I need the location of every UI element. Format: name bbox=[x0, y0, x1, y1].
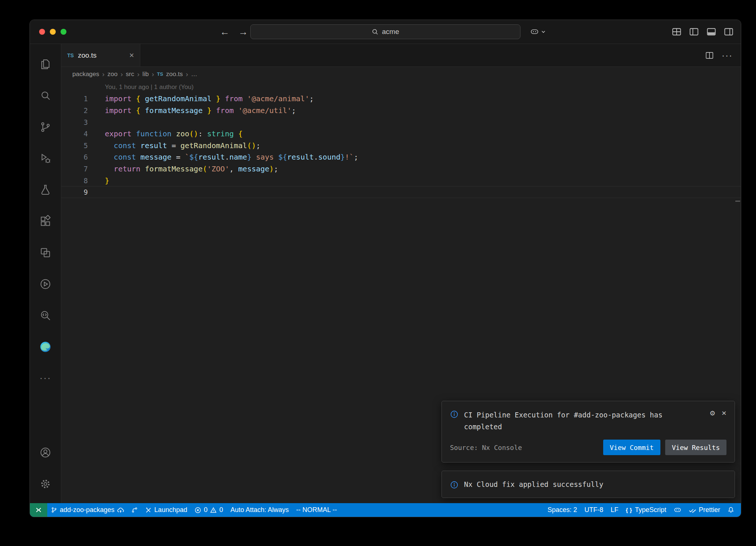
source-control-icon[interactable] bbox=[30, 111, 61, 143]
view-commit-button[interactable]: View Commit bbox=[603, 440, 660, 455]
code-line-9[interactable]: 9 bbox=[61, 186, 741, 198]
customize-layout-icon[interactable] bbox=[671, 26, 682, 37]
code-line-1[interactable]: 1import { getRandomAnimal } from '@acme/… bbox=[61, 93, 741, 105]
line-number[interactable]: 2 bbox=[61, 106, 88, 115]
remote-indicator[interactable] bbox=[30, 503, 47, 517]
git-branch-item[interactable]: add-zoo-packages bbox=[47, 503, 128, 517]
back-arrow-icon[interactable]: ← bbox=[220, 26, 230, 38]
forward-arrow-icon[interactable]: → bbox=[238, 26, 248, 38]
chevron-right-icon: › bbox=[152, 70, 154, 78]
error-count: 0 bbox=[204, 506, 207, 514]
copilot-menu-button[interactable] bbox=[530, 20, 546, 44]
code-inspect-icon[interactable] bbox=[30, 300, 61, 331]
notification-close-icon[interactable]: × bbox=[722, 409, 726, 417]
command-center-search[interactable]: acme bbox=[250, 24, 520, 39]
notifications: CI Pipeline Execution for #add-zoo-packa… bbox=[441, 401, 735, 498]
breadcrumb-item[interactable]: src bbox=[126, 71, 134, 78]
vim-mode-label: -- NORMAL -- bbox=[296, 506, 337, 514]
view-results-button[interactable]: View Results bbox=[665, 440, 726, 455]
warning-count: 0 bbox=[219, 506, 223, 514]
code-line-8[interactable]: 8} bbox=[61, 175, 741, 187]
line-number[interactable]: 7 bbox=[61, 165, 88, 173]
encoding-item[interactable]: UTF-8 bbox=[581, 503, 607, 517]
notification-settings-gear-icon[interactable]: ⚙ bbox=[710, 409, 715, 417]
line-number[interactable]: 4 bbox=[61, 130, 88, 138]
toggle-primary-sidebar-icon[interactable] bbox=[688, 26, 700, 37]
code-line-7[interactable]: 7 return formatMessage('ZOO', message); bbox=[61, 163, 741, 175]
code-line-2[interactable]: 2import { formatMessage } from '@acme/ut… bbox=[61, 105, 741, 116]
line-number[interactable]: 6 bbox=[61, 153, 88, 161]
close-tab-icon[interactable]: × bbox=[129, 51, 134, 59]
run-and-debug-icon[interactable] bbox=[30, 143, 61, 174]
minimize-window-button[interactable] bbox=[50, 29, 56, 35]
chevron-right-icon: › bbox=[121, 70, 123, 78]
toggle-secondary-sidebar-icon[interactable] bbox=[723, 26, 734, 37]
account-icon[interactable] bbox=[30, 437, 61, 468]
breadcrumb-item[interactable]: lib bbox=[142, 71, 149, 78]
extensions-icon[interactable] bbox=[30, 205, 61, 237]
play-circle-icon[interactable] bbox=[30, 268, 61, 300]
code-line-3[interactable]: 3 bbox=[61, 116, 741, 128]
breadcrumb-item[interactable]: zoo.ts bbox=[166, 71, 183, 78]
search-value: acme bbox=[382, 28, 399, 36]
split-editor-icon[interactable] bbox=[705, 51, 714, 60]
breadcrumb-item[interactable]: packages bbox=[72, 71, 99, 78]
maximize-window-button[interactable] bbox=[61, 29, 66, 35]
layout-controls bbox=[671, 20, 734, 44]
indentation-item[interactable]: Spaces: 2 bbox=[544, 503, 581, 517]
activity-bar: ··· bbox=[30, 44, 61, 503]
info-icon bbox=[450, 481, 458, 489]
auto-attach-item[interactable]: Auto Attach: Always bbox=[227, 503, 292, 517]
code-line-6[interactable]: 6 const message = `${result.name} says $… bbox=[61, 151, 741, 163]
copilot-status-item[interactable] bbox=[670, 503, 685, 517]
toggle-panel-icon[interactable] bbox=[706, 26, 717, 37]
testing-icon[interactable] bbox=[30, 174, 61, 205]
source-branch-icon bbox=[51, 507, 57, 513]
language-label: TypeScript bbox=[635, 506, 666, 514]
settings-gear-icon[interactable] bbox=[30, 468, 61, 499]
tab-label: zoo.ts bbox=[78, 51, 97, 59]
breadcrumb-item[interactable]: … bbox=[191, 71, 197, 78]
notifications-bell-item[interactable] bbox=[724, 503, 738, 517]
source-control-graph-item[interactable] bbox=[128, 503, 141, 517]
line-content: const message = `${result.name} says ${r… bbox=[88, 153, 358, 161]
code-lines: You, 1 hour ago | 1 author (You)1import … bbox=[61, 81, 741, 198]
breadcrumb: packages › zoo › src › lib › TS zoo.ts ›… bbox=[61, 67, 741, 81]
line-number[interactable]: 1 bbox=[61, 95, 88, 103]
titlebar: ← → acme bbox=[30, 20, 741, 44]
error-icon bbox=[195, 507, 201, 513]
braces-icon: { } bbox=[626, 507, 632, 513]
more-views-icon[interactable]: ··· bbox=[30, 362, 61, 394]
close-window-button[interactable] bbox=[39, 29, 45, 35]
git-graph-icon bbox=[131, 507, 138, 513]
line-content: import { getRandomAnimal } from '@acme/a… bbox=[88, 94, 314, 103]
info-icon bbox=[450, 410, 458, 419]
line-number[interactable]: 3 bbox=[61, 118, 88, 126]
line-number[interactable]: 5 bbox=[61, 141, 88, 150]
search-sidebar-icon[interactable] bbox=[30, 80, 61, 111]
code-editor[interactable]: You, 1 hour ago | 1 author (You)1import … bbox=[61, 81, 741, 503]
eol-item[interactable]: LF bbox=[607, 503, 622, 517]
more-actions-icon[interactable]: ··· bbox=[722, 50, 733, 61]
line-number[interactable]: 9 bbox=[61, 188, 88, 196]
chevron-right-icon: › bbox=[137, 70, 140, 78]
launchpad-item[interactable]: Launchpad bbox=[141, 503, 191, 517]
indentation-label: Spaces: 2 bbox=[547, 506, 577, 514]
line-number[interactable]: 8 bbox=[61, 177, 88, 185]
formatter-item[interactable]: Prettier bbox=[685, 503, 724, 517]
explorer-icon[interactable] bbox=[30, 48, 61, 80]
breadcrumb-item[interactable]: zoo bbox=[107, 71, 117, 78]
chevron-right-icon: › bbox=[186, 70, 188, 78]
language-mode-item[interactable]: { } TypeScript bbox=[622, 503, 670, 517]
line-content: export function zoo(): string { bbox=[88, 129, 243, 138]
vim-mode-item[interactable]: -- NORMAL -- bbox=[292, 503, 340, 517]
chevron-right-icon: › bbox=[102, 70, 104, 78]
problems-item[interactable]: 0 0 bbox=[191, 503, 227, 517]
code-line-4[interactable]: 4export function zoo(): string { bbox=[61, 128, 741, 140]
tab-zoo-ts[interactable]: TS zoo.ts × bbox=[61, 44, 140, 66]
code-line-5[interactable]: 5 const result = getRandomAnimal(); bbox=[61, 140, 741, 151]
window-traffic-lights bbox=[39, 29, 66, 35]
edge-browser-icon[interactable] bbox=[30, 331, 61, 362]
line-content: } bbox=[88, 176, 109, 185]
nx-console-icon[interactable] bbox=[30, 237, 61, 268]
